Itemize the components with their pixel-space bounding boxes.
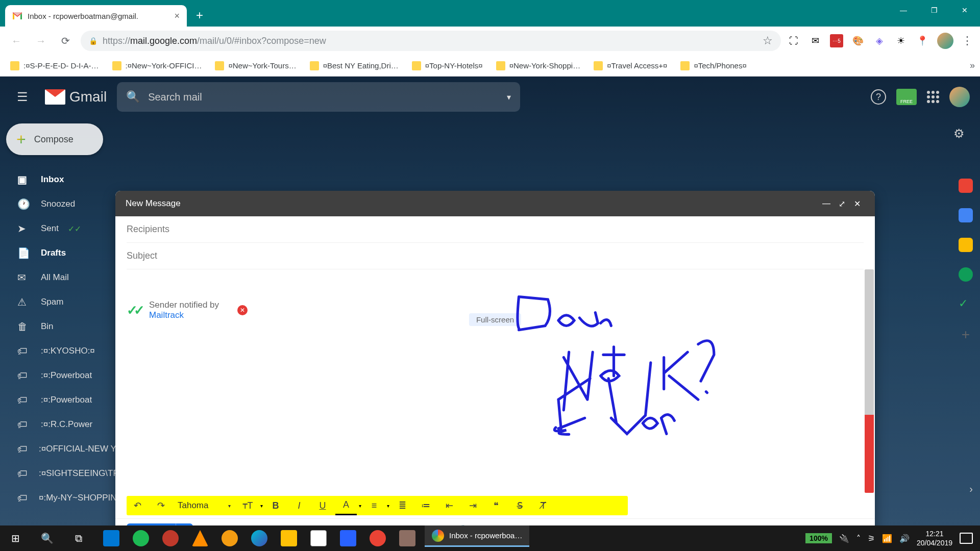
bookmark-item[interactable]: ¤Top-NY-Hotels¤	[407, 58, 488, 73]
gmail-logo[interactable]: Gmail	[45, 89, 107, 105]
taskbar-app[interactable]	[363, 525, 392, 551]
system-clock[interactable]: 12:2120/04/2019	[917, 529, 952, 547]
nav-allmail[interactable]: ✉All Mail	[0, 265, 118, 290]
taskbar-app[interactable]	[186, 525, 214, 551]
nav-drafts[interactable]: 📄Drafts	[0, 241, 118, 265]
start-button[interactable]: ⊞	[0, 525, 31, 551]
tray-chevron-icon[interactable]: ˄	[856, 534, 861, 543]
free-badge[interactable]: FREE	[896, 89, 917, 105]
underline-button[interactable]: U	[312, 496, 333, 515]
search-input[interactable]	[148, 91, 499, 103]
taskbar-app[interactable]	[127, 525, 155, 551]
keep-addon-icon[interactable]	[959, 238, 973, 252]
extension-gmail-icon[interactable]: ✉	[808, 34, 822, 47]
account-avatar[interactable]	[949, 87, 970, 107]
quote-button[interactable]: ❝	[485, 496, 507, 515]
compose-popout-button[interactable]: ⤢	[834, 199, 849, 209]
reload-button[interactable]: ⟳	[56, 32, 75, 50]
text-color-button[interactable]: A	[335, 496, 357, 515]
label-item[interactable]: 🏷:¤:Powerboat	[0, 388, 118, 412]
redo-button[interactable]: ↷	[150, 496, 172, 515]
taskbar-app[interactable]	[334, 525, 362, 551]
collapse-panel-button[interactable]: ›	[969, 483, 973, 495]
indent-button[interactable]: ⇥	[462, 496, 483, 515]
browser-menu-button[interactable]: ⋮	[962, 34, 973, 47]
bookmark-item[interactable]: ¤Travel Access+¤	[589, 58, 672, 73]
bookmark-item[interactable]: :¤S-P-E-E-D- D-I-A-…	[5, 58, 104, 73]
compose-titlebar[interactable]: New Message — ⤢ ✕	[115, 191, 875, 216]
taskbar-app[interactable]	[275, 525, 303, 551]
bookmark-item[interactable]: :¤New~York-OFFICI…	[107, 58, 207, 73]
bookmark-star-icon[interactable]: ☆	[763, 34, 773, 47]
font-select[interactable]: Tahoma▾	[174, 500, 235, 511]
calendar-addon-icon[interactable]	[959, 208, 973, 222]
nav-spam[interactable]: ⚠Spam	[0, 290, 118, 314]
mailtrack-link[interactable]: Mailtrack	[149, 310, 184, 320]
compose-scrollbar[interactable]	[865, 269, 874, 493]
settings-gear-icon[interactable]: ⚙	[953, 127, 965, 141]
google-apps-button[interactable]	[927, 91, 939, 103]
mailtrack-addon-icon[interactable]: ✓	[959, 297, 973, 311]
browser-tab[interactable]: Inbox - rcpowerboatman@gmail. ×	[5, 5, 187, 27]
bookmark-item[interactable]: ¤Tech/Phones¤	[675, 58, 751, 73]
battery-indicator[interactable]: 100%	[805, 533, 832, 543]
action-center-button[interactable]	[960, 533, 973, 544]
numbered-list-button[interactable]: ≣	[391, 496, 413, 515]
task-view-button[interactable]: ⧉	[63, 525, 94, 551]
bookmark-item[interactable]: ¤Best NY Eating,Dri…	[305, 58, 404, 73]
bookmark-item[interactable]: ¤New-York-Shoppi…	[491, 58, 586, 73]
tab-close-icon[interactable]: ×	[174, 11, 180, 21]
compose-close-button[interactable]: ✕	[849, 199, 865, 209]
compose-button[interactable]: + Compose	[6, 123, 103, 155]
compose-minimize-button[interactable]: —	[819, 199, 834, 208]
label-item[interactable]: 🏷:¤OFFICIAL-NEW YORK¤.	[0, 437, 118, 461]
url-input[interactable]: 🔒 https://mail.google.com/mail/u/0/#inbo…	[81, 31, 781, 51]
profile-avatar[interactable]	[937, 33, 953, 49]
nav-sent[interactable]: ➤Sent✓✓	[0, 216, 118, 241]
taskbar-app[interactable]	[393, 525, 422, 551]
label-item[interactable]: 🏷:¤:R.C.Power	[0, 412, 118, 437]
label-item[interactable]: 🏷:¤SIGHTSEEING\TRAVE…	[0, 461, 118, 486]
subject-input[interactable]	[127, 251, 864, 261]
extension-colorpicker-icon[interactable]: 🎨	[851, 34, 865, 47]
menu-toggle-button[interactable]: ☰	[10, 85, 35, 109]
back-button[interactable]: ←	[7, 32, 26, 50]
volume-icon[interactable]: 🔊	[899, 534, 910, 543]
search-box[interactable]: 🔍 ▾	[117, 82, 520, 112]
bullet-list-button[interactable]: ≔	[415, 496, 436, 515]
window-minimize-button[interactable]: —	[888, 0, 919, 20]
undo-button[interactable]: ↶	[127, 496, 148, 515]
nav-inbox[interactable]: ▣Inbox	[0, 167, 118, 192]
compose-body[interactable]: ✓✓ Sender notified byMailtrack ✕ Full-sc…	[115, 269, 875, 493]
extension-weather-icon[interactable]: ☀	[894, 34, 908, 47]
bookmark-item[interactable]: ¤New~York-Tours…	[210, 58, 301, 73]
search-button[interactable]: 🔍	[32, 525, 62, 551]
mailtrack-dismiss-button[interactable]: ✕	[237, 305, 248, 315]
wifi-icon[interactable]: 📶	[882, 534, 892, 543]
addon-icon[interactable]	[959, 179, 973, 193]
get-addons-button[interactable]: +	[962, 327, 970, 343]
new-tab-button[interactable]: +	[196, 8, 203, 22]
label-item[interactable]: 🏷¤:My-NY~SHOPPING!:¤	[0, 486, 118, 510]
taskbar-active-window[interactable]: Inbox - rcpowerboa…	[425, 525, 529, 547]
power-icon[interactable]: 🔌	[839, 534, 849, 543]
network-icon[interactable]: ⚞	[868, 534, 875, 543]
extension-maps-icon[interactable]: ◈	[873, 34, 886, 47]
font-size-button[interactable]: ᴛT	[237, 496, 258, 515]
forward-button[interactable]: →	[32, 32, 50, 50]
taskbar-app[interactable]	[97, 525, 126, 551]
taskbar-app[interactable]	[304, 525, 333, 551]
extension-lastpass-icon[interactable]: ⋯5	[830, 34, 843, 47]
outdent-button[interactable]: ⇤	[438, 496, 460, 515]
help-button[interactable]: ?	[871, 89, 886, 105]
nav-snoozed[interactable]: 🕐Snoozed	[0, 192, 118, 216]
italic-button[interactable]: I	[288, 496, 310, 515]
extension-fullscreen-icon[interactable]: ⛶	[787, 34, 800, 47]
strikethrough-button[interactable]: S̶	[509, 496, 530, 515]
taskbar-app[interactable]	[245, 525, 274, 551]
tasks-addon-icon[interactable]	[959, 267, 973, 282]
extension-location-icon[interactable]: 📍	[916, 34, 929, 47]
bookmarks-overflow-button[interactable]: »	[970, 60, 975, 71]
search-options-button[interactable]: ▾	[507, 92, 511, 102]
clear-formatting-button[interactable]: T̸	[532, 496, 554, 515]
